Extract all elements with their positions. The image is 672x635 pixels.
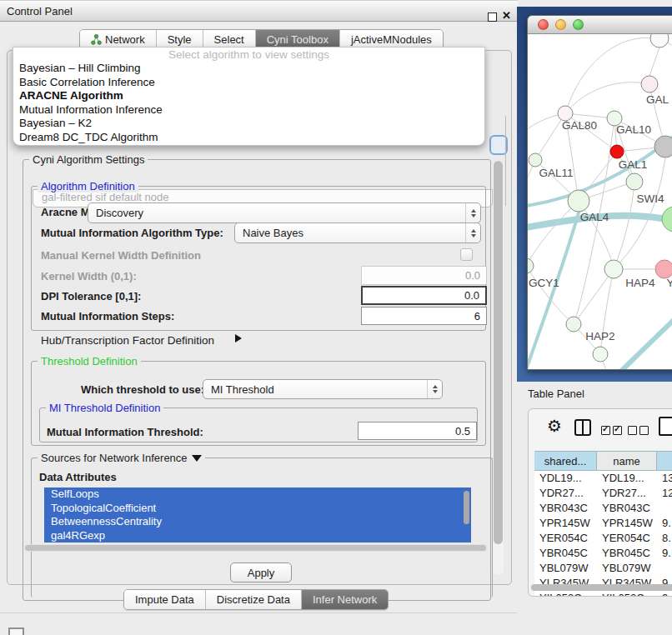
algorithm-dropdown: Select algorithm to view settings Bayesi… [13, 47, 485, 146]
attributes-scrollbar-thumb[interactable] [464, 491, 469, 524]
table-panel: Table Panel shared... name YDL19...YDL19… [517, 382, 672, 635]
network-node[interactable] [641, 76, 658, 92]
table-row[interactable]: YBR045CYBR045C9. [534, 546, 672, 561]
network-node[interactable] [655, 260, 672, 278]
table-cell: 9. [657, 546, 672, 561]
table-cell: YDL19... [597, 471, 657, 486]
network-node[interactable] [662, 207, 672, 232]
network-node[interactable] [529, 153, 542, 167]
column-header-shared[interactable]: shared... [534, 452, 597, 470]
dpi-tolerance-input[interactable]: 0.0 [361, 286, 487, 305]
network-node[interactable] [528, 258, 534, 273]
combo-spinner-icon [465, 203, 480, 222]
network-node[interactable] [626, 173, 643, 190]
table-cell: 9. [657, 516, 672, 531]
collapse-down-icon[interactable] [192, 455, 202, 462]
page-icon[interactable] [659, 417, 672, 436]
mi-algorithm-type-combo[interactable]: Naive Bayes [234, 222, 481, 243]
table-cell: 9. [657, 591, 672, 597]
which-threshold-combo[interactable]: MI Threshold [203, 379, 443, 399]
manual-kernel-label: Manual Kernel Width Definition [41, 249, 201, 262]
checked-checkboxes-icon[interactable] [601, 423, 624, 438]
table-row[interactable]: YDR27...YDR27...12 [534, 486, 672, 501]
table-row[interactable]: YBR043CYBR043C [534, 501, 672, 516]
gear-icon[interactable] [547, 416, 562, 436]
group-border-fragment [505, 116, 506, 206]
algorithm-option[interactable]: Dream8 DC_TDC Algorithm [13, 131, 484, 145]
column-header-name[interactable]: name [597, 452, 657, 470]
mi-steps-input[interactable]: 6 [361, 307, 487, 325]
network-node[interactable] [566, 317, 581, 332]
data-attributes-list[interactable]: SelfLoopsTopologicalCoefficientBetweenne… [44, 488, 471, 542]
network-node[interactable] [654, 136, 672, 158]
network-window[interactable]: GALGAL80GAL10GAL1GAL11SWI4GAL4GCY1HAP4YH… [527, 15, 672, 370]
dpi-tolerance-label: DPI Tolerance [0,1]: [41, 290, 141, 302]
corner-widget-icon[interactable] [8, 628, 24, 635]
algorithm-option[interactable]: Basic Correlation Inference [13, 76, 484, 90]
network-icon [91, 34, 102, 45]
split-columns-icon[interactable] [574, 419, 591, 436]
app-screen: Control Panel ✕ Network Style Select Cyn… [0, 0, 672, 635]
table-panel-title: Table Panel [528, 388, 584, 400]
expand-right-icon[interactable] [235, 334, 242, 342]
settings-scrollbar-thumb[interactable] [494, 161, 503, 544]
network-edge [649, 48, 659, 76]
network-node[interactable] [568, 190, 589, 212]
network-desktop: GALGAL80GAL10GAL1GAL11SWI4GAL4GCY1HAP4YH… [517, 7, 672, 382]
table-cell: 8. [657, 531, 672, 546]
manual-kernel-checkbox[interactable] [460, 248, 473, 261]
aracne-mode-combo[interactable]: Discovery [88, 202, 481, 223]
unchecked-checkboxes-icon[interactable] [628, 423, 651, 438]
algorithm-option[interactable]: Bayesian – K2 [13, 117, 484, 131]
attribute-item[interactable]: SelfLoops [44, 488, 471, 502]
attributes-hscrollbar[interactable] [24, 544, 488, 552]
close-light-icon[interactable] [538, 19, 549, 30]
table-header-row: shared... name [534, 451, 672, 471]
tab-network-label: Network [105, 33, 145, 46]
table-row[interactable]: YBL079WYBL079W [534, 561, 672, 576]
network-canvas[interactable]: GALGAL80GAL10GAL1GAL11SWI4GAL4GCY1HAP4YH… [528, 34, 672, 370]
algorithm-option[interactable]: ARACNE Algorithm [13, 89, 484, 103]
network-node[interactable] [593, 347, 608, 362]
table-body: YDL19...YDL19...13YDR27...YDR27...12YBR0… [534, 471, 672, 597]
network-graph[interactable]: GALGAL80GAL10GAL1GAL11SWI4GAL4GCY1HAP4YH… [528, 34, 672, 370]
attributes-hscrollbar-thumb[interactable] [25, 545, 486, 551]
algorithm-dropdown-hint: Select algorithm to view settings [13, 48, 484, 62]
network-window-titlebar[interactable] [528, 16, 672, 34]
attribute-item[interactable]: gal4RGexp [44, 529, 471, 543]
algorithm-list: Bayesian – Hill ClimbingBasic Correlatio… [13, 62, 484, 145]
algorithm-option[interactable]: Mutual Information Inference [13, 103, 484, 118]
float-icon[interactable] [488, 12, 497, 22]
tab-impute-data[interactable]: Impute Data [124, 590, 205, 609]
hub-section-label: Hub/Transcription Factor Definition [41, 334, 214, 347]
attribute-item[interactable]: TopologicalCoefficient [44, 502, 471, 516]
table-row[interactable]: YDL19...YDL19...13 [534, 471, 672, 486]
settings-scrollbar[interactable] [493, 160, 504, 575]
node-label: GAL10 [616, 123, 651, 136]
table-cell: YIL052C [534, 591, 597, 597]
kernel-width-input[interactable]: 0.0 [361, 266, 487, 285]
attribute-item[interactable]: BetweennessCentrality [44, 515, 471, 529]
node-label: GAL80 [562, 119, 597, 132]
table-cell: YBR045C [534, 546, 597, 561]
zoom-light-icon[interactable] [573, 19, 584, 30]
tab-infer-network[interactable]: Infer Network [301, 590, 388, 609]
node-table: shared... name YDL19...YDL19...13YDR27..… [534, 451, 672, 597]
apply-button[interactable]: Apply [230, 562, 292, 582]
network-node[interactable] [650, 34, 669, 48]
tab-discretize-data[interactable]: Discretize Data [205, 590, 301, 609]
algorithm-option[interactable]: Bayesian – Hill Climbing [13, 62, 484, 76]
cyni-algorithm-settings-legend: Cyni Algorithm Settings [29, 153, 148, 166]
close-icon[interactable]: ✕ [502, 9, 511, 22]
table-hscrollbar-thumb[interactable] [531, 584, 672, 591]
table-row[interactable]: YIL052CYIL052C9. [534, 591, 672, 597]
table-row[interactable]: YPR145WYPR145W9. [534, 516, 672, 531]
minimize-light-icon[interactable] [555, 19, 566, 30]
control-panel-title: Control Panel [0, 5, 73, 18]
network-edge [565, 82, 649, 113]
table-row[interactable]: YER054CYER054C8. [534, 531, 672, 546]
column-header-clipped[interactable] [657, 452, 672, 470]
mi-threshold-input[interactable]: 0.5 [358, 422, 477, 440]
network-node[interactable] [610, 145, 624, 158]
network-node[interactable] [604, 260, 623, 278]
